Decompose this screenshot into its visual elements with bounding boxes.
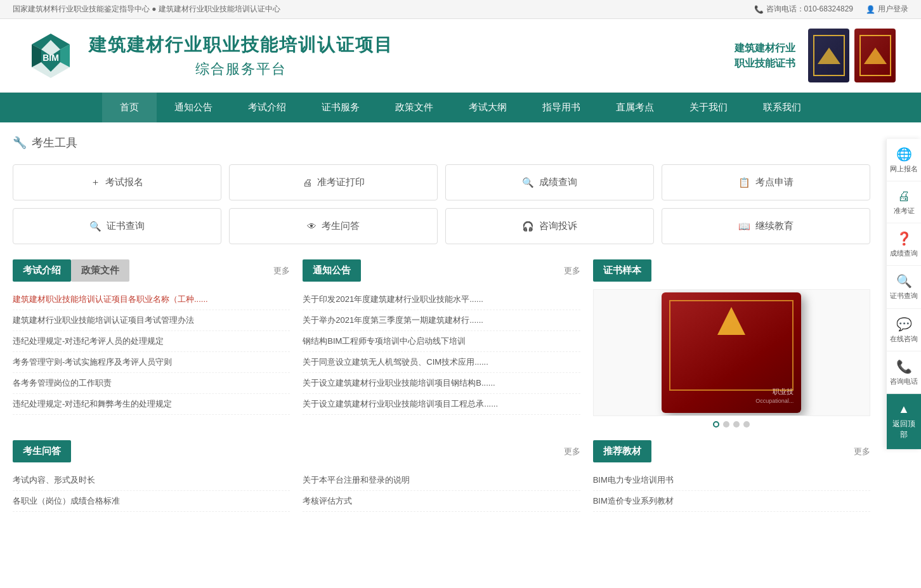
notices-section: 通知公告 更多 关于印发2021年度建筑建材行业职业技能水平...... 关于举… (303, 259, 580, 428)
sidebar-phone[interactable]: 📞 咨询电话 (887, 351, 921, 394)
exam-intro-tag[interactable]: 考试介绍 (13, 259, 71, 282)
svg-marker-8 (717, 307, 745, 335)
list-item[interactable]: 钢结构BIM工程师专项培训中心启动线下培训 (303, 331, 580, 352)
nav-contact[interactable]: 联系我们 (745, 93, 819, 122)
exam-register-btn[interactable]: ＋ 考试报名 (13, 164, 221, 200)
exam-intro-section: 考试介绍 政策文件 更多 建筑建材职业技能培训认证项目各职业名称（工种.....… (13, 259, 290, 428)
complaint-label: 咨询投诉 (539, 220, 577, 232)
nav-exam-intro[interactable]: 考试介绍 (230, 93, 304, 122)
list-item[interactable]: 违纪处理规定-对违纪和舞弊考生的处理规定 (13, 394, 290, 415)
list-item[interactable]: 关于设立建筑建材行业职业技能培训项目工程总承...... (303, 394, 580, 415)
main-three-sections: 考试介绍 政策文件 更多 建筑建材职业技能培训认证项目各职业名称（工种.....… (13, 259, 870, 428)
sidebar-score[interactable]: ❓ 成绩查询 (887, 223, 921, 266)
sidebar-consult-label: 在线咨询 (890, 334, 918, 343)
tools-label: 考生工具 (32, 135, 77, 150)
back-to-top-button[interactable]: ▲ 返回顶部 (887, 394, 922, 449)
list-item[interactable]: BIM电力专业培训用书 (593, 470, 870, 491)
question-icon: ❓ (896, 231, 912, 246)
login-link[interactable]: 👤 用户登录 (866, 4, 908, 15)
sidebar-cert[interactable]: 🔍 证书查询 (887, 266, 921, 309)
back-top-label: 返回顶部 (890, 419, 918, 440)
notices-tag[interactable]: 通知公告 (303, 259, 361, 282)
list-item[interactable]: 建筑建材职业技能培训认证项目各职业名称（工种...... (13, 289, 290, 310)
nav-exam-sites[interactable]: 直属考点 (598, 93, 672, 122)
sidebar-phone-label: 咨询电话 (890, 377, 918, 386)
header-title: 建筑建材行业职业技能培训认证项目 综合服务平台 (89, 33, 393, 79)
list-item[interactable]: 关于同意设立建筑无人机驾驶员、CIM技术应用...... (303, 352, 580, 373)
content-area: 🔧 考生工具 ＋ 考试报名 🖨 准考证打印 🔍 成绩查询 📋 考点申请 🔍 (13, 135, 908, 525)
cert-sample-section: 证书样本 职业技 Occupational... (593, 259, 870, 428)
continuing-edu-btn[interactable]: 📖 继续教育 (662, 208, 870, 244)
main-content: 🔧 考生工具 ＋ 考试报名 🖨 准考证打印 🔍 成绩查询 📋 考点申请 🔍 (0, 122, 921, 537)
list-item[interactable]: 关于本平台注册和登录的说明 (303, 470, 580, 491)
phone-info: 📞 咨询电话：010-68324829 (754, 4, 853, 15)
list-item[interactable]: 关于印发2021年度建筑建材行业职业技能水平...... (303, 289, 580, 310)
sidebar-admit-label: 准考证 (894, 206, 915, 215)
sidebar-consult[interactable]: 💬 在线咨询 (887, 309, 921, 351)
admit-card-btn[interactable]: 🖨 准考证打印 (229, 164, 438, 200)
promo-line2: 职业技能证书 (735, 56, 795, 71)
list-item[interactable]: 考核评估方式 (303, 491, 580, 512)
cert-dot-1[interactable] (713, 421, 719, 428)
nav-about[interactable]: 关于我们 (672, 93, 745, 122)
list-item[interactable]: 建筑建材行业职业技能培训认证项目考试管理办法 (13, 310, 290, 331)
list-item[interactable]: 违纪处理规定-对违纪考评人员的处理规定 (13, 331, 290, 352)
promo-line1: 建筑建材行业 (735, 41, 795, 56)
exam-register-label: 考试报名 (105, 176, 143, 188)
svg-marker-6 (818, 48, 840, 64)
complaint-btn[interactable]: 🎧 咨询投诉 (445, 208, 654, 244)
nav-home[interactable]: 首页 (102, 93, 157, 122)
recommended-tag[interactable]: 推荐教材 (593, 440, 651, 462)
phone-sidebar-icon: 📞 (896, 359, 912, 374)
tools-grid: ＋ 考试报名 🖨 准考证打印 🔍 成绩查询 📋 考点申请 🔍 证书查询 👁 (13, 164, 870, 244)
sub-title: 综合服务平台 (89, 60, 393, 79)
arrow-up-icon: ▲ (898, 403, 910, 416)
cert-book-dark (808, 29, 849, 82)
cert-query-btn[interactable]: 🔍 证书查询 (13, 208, 221, 244)
nav-guide-books[interactable]: 指导用书 (525, 93, 598, 122)
exam-intro-more[interactable]: 更多 (273, 265, 290, 277)
notices-list: 关于印发2021年度建筑建材行业职业技能水平...... 关于举办2021年度第… (303, 289, 580, 415)
cert-carousel-dots (593, 421, 870, 428)
eye-icon: 👁 (307, 221, 317, 232)
headset-icon: 🎧 (522, 221, 534, 232)
nav-cert-service[interactable]: 证书服务 (304, 93, 377, 122)
cert-promo: 建筑建材行业 职业技能证书 (735, 41, 795, 71)
recommended-header: 推荐教材 更多 (593, 440, 870, 462)
exam-site-apply-label: 考点申请 (755, 176, 794, 188)
cert-dot-4[interactable] (743, 421, 750, 428)
cert-dot-2[interactable] (723, 421, 729, 428)
list-item[interactable]: 各职业（岗位）成绩合格标准 (13, 491, 290, 512)
list-item[interactable]: 关于举办2021年度第三季度第一期建筑建材行...... (303, 310, 580, 331)
student-qa-section: 考生问答 更多 考试内容、形式及时长 各职业（岗位）成绩合格标准 关于本平台注册… (13, 440, 580, 512)
notices-more[interactable]: 更多 (564, 265, 580, 277)
exam-intro-header: 考试介绍 政策文件 更多 (13, 259, 290, 282)
list-item[interactable]: 关于设立建筑建材行业职业技能培训项目钢结构B...... (303, 373, 580, 394)
score-query-btn[interactable]: 🔍 成绩查询 (445, 164, 654, 200)
sidebar-register[interactable]: 🌐 网上报名 (887, 139, 921, 181)
student-qa-more[interactable]: 更多 (564, 446, 580, 457)
plus-icon: ＋ (91, 176, 100, 188)
recommended-list: BIM电力专业培训用书 BIM造价专业系列教材 (593, 470, 870, 512)
cert-book-red (854, 29, 896, 82)
student-qa-list-right: 关于本平台注册和登录的说明 考核评估方式 (303, 470, 580, 512)
top-bar: 国家建筑材料行业职业技能鉴定指导中心 ● 建筑建材行业职业技能培训认证中心 📞 … (0, 0, 921, 19)
student-qa-btn[interactable]: 👁 考生问答 (229, 208, 438, 244)
cert-image-area: 职业技 Occupational... (593, 289, 870, 416)
nav-exam-outline[interactable]: 考试大纲 (451, 93, 525, 122)
policy-tag[interactable]: 政策文件 (71, 259, 129, 282)
list-item[interactable]: 考试内容、形式及时长 (13, 470, 290, 491)
cert-sample-tag[interactable]: 证书样本 (593, 259, 651, 282)
list-item[interactable]: 各考务管理岗位的工作职责 (13, 373, 290, 394)
list-item[interactable]: 考务管理守则-考试实施程序及考评人员守则 (13, 352, 290, 373)
cert-dot-3[interactable] (733, 421, 740, 428)
sidebar-admit-card[interactable]: 🖨 准考证 (887, 181, 921, 223)
globe-icon: 🌐 (896, 147, 912, 162)
main-nav: 首页 通知公告 考试介绍 证书服务 政策文件 考试大纲 指导用书 直属考点 关于… (0, 93, 921, 122)
nav-notices[interactable]: 通知公告 (157, 93, 230, 122)
list-item[interactable]: BIM造价专业系列教材 (593, 491, 870, 512)
recommended-more[interactable]: 更多 (854, 446, 870, 457)
exam-site-apply-btn[interactable]: 📋 考点申请 (662, 164, 870, 200)
student-qa-tag[interactable]: 考生问答 (13, 440, 71, 462)
nav-policy[interactable]: 政策文件 (377, 93, 451, 122)
